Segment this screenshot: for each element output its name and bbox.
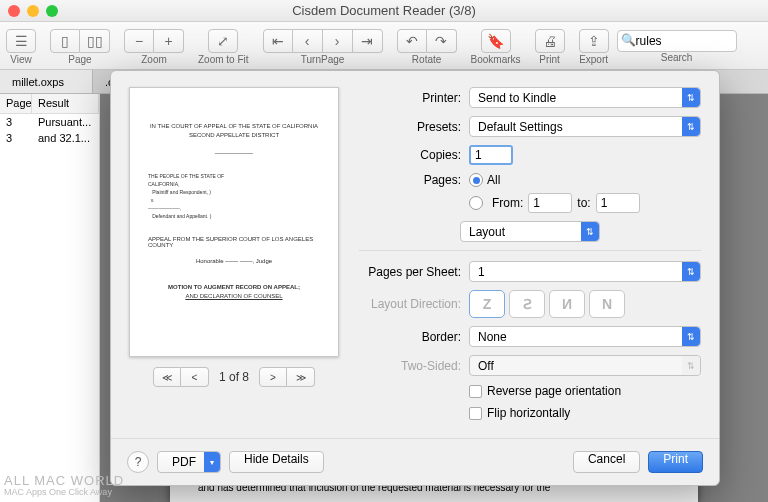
cancel-button[interactable]: Cancel xyxy=(573,451,640,473)
watermark: ALL MAC WORLD MAC Apps One Click Away xyxy=(4,474,124,498)
pdf-menu-button[interactable]: PDF▾ xyxy=(157,451,221,473)
zoom-fit-button[interactable]: ⤢ xyxy=(208,29,238,53)
pps-value: 1 xyxy=(478,265,485,279)
last-icon: ≫ xyxy=(296,372,306,383)
result-text: Pursuant... xyxy=(32,114,99,130)
print-confirm-button[interactable]: Print xyxy=(648,451,703,473)
preview-first-button[interactable]: ≪ xyxy=(153,367,181,387)
result-page: 3 xyxy=(0,114,32,130)
printer-select[interactable]: Send to Kindle⇅ xyxy=(469,87,701,108)
turnpage-label: TurnPage xyxy=(301,54,345,65)
first-page-icon: ⇤ xyxy=(272,33,284,49)
last-page-button[interactable]: ⇥ xyxy=(353,29,383,53)
result-row[interactable]: 3 and 32.1... xyxy=(0,130,99,146)
border-value: None xyxy=(478,330,507,344)
view-button[interactable]: ☰ xyxy=(6,29,36,53)
twosided-label: Two-Sided: xyxy=(359,359,469,373)
page-double-button[interactable]: ▯▯ xyxy=(80,29,110,53)
printer-label: Printer: xyxy=(359,91,469,105)
page-label: Page xyxy=(68,54,91,65)
from-label: From: xyxy=(492,196,523,210)
print-preview-thumbnail: IN THE COURT OF APPEAL OF THE STATE OF C… xyxy=(129,87,339,357)
copies-label: Copies: xyxy=(359,148,469,162)
zoom-out-icon: − xyxy=(135,33,143,49)
search-icon: 🔍 xyxy=(621,33,636,47)
bookmarks-label: Bookmarks xyxy=(471,54,521,65)
help-button[interactable]: ? xyxy=(127,451,149,473)
chevron-updown-icon: ⇅ xyxy=(682,117,700,136)
zoom-out-button[interactable]: − xyxy=(124,29,154,53)
to-label: to: xyxy=(577,196,590,210)
tab-millet[interactable]: millet.oxps xyxy=(0,70,93,93)
pages-label: Pages: xyxy=(359,173,469,187)
bookmarks-button[interactable]: 🔖 xyxy=(481,29,511,53)
preview-last-button[interactable]: ≫ xyxy=(287,367,315,387)
page-single-button[interactable]: ▯ xyxy=(50,29,80,53)
preview-page-indicator: 1 of 8 xyxy=(219,370,249,384)
chevron-updown-icon: ⇅ xyxy=(682,356,700,375)
layout-dir-4-button[interactable]: N xyxy=(589,290,625,318)
twosided-value: Off xyxy=(478,359,494,373)
pps-label: Pages per Sheet: xyxy=(359,265,469,279)
export-icon: ⇪ xyxy=(588,33,600,49)
chevron-updown-icon: ⇅ xyxy=(682,88,700,107)
to-input[interactable] xyxy=(596,193,640,213)
print-dialog: IN THE COURT OF APPEAL OF THE STATE OF C… xyxy=(110,70,720,486)
pages-all-radio[interactable] xyxy=(469,173,483,187)
preview-prev-button[interactable]: < xyxy=(181,367,209,387)
twosided-select: Off⇅ xyxy=(469,355,701,376)
rotate-right-button[interactable]: ↷ xyxy=(427,29,457,53)
view-label: View xyxy=(10,54,32,65)
next-page-button[interactable]: › xyxy=(323,29,353,53)
rotate-left-button[interactable]: ↶ xyxy=(397,29,427,53)
print-icon: 🖨 xyxy=(543,33,557,49)
copies-input[interactable] xyxy=(469,145,513,165)
prev-page-button[interactable]: ‹ xyxy=(293,29,323,53)
pdf-label: PDF xyxy=(172,455,196,469)
window-title: Cisdem Document Reader (3/8) xyxy=(0,3,768,18)
col-result: Result xyxy=(32,94,99,113)
zoom-label: Zoom xyxy=(141,54,167,65)
result-page: 3 xyxy=(0,130,32,146)
presets-value: Default Settings xyxy=(478,120,563,134)
flip-horizontal-checkbox[interactable] xyxy=(469,407,482,420)
border-label: Border: xyxy=(359,330,469,344)
zoom-fit-icon: ⤢ xyxy=(217,33,229,49)
next-page-icon: › xyxy=(335,33,340,49)
zoom-in-button[interactable]: + xyxy=(154,29,184,53)
export-button[interactable]: ⇪ xyxy=(579,29,609,53)
preview-next-button[interactable]: > xyxy=(259,367,287,387)
hide-details-button[interactable]: Hide Details xyxy=(229,451,324,473)
col-page: Page xyxy=(0,94,32,113)
chevron-updown-icon: ⇅ xyxy=(682,262,700,281)
layout-dir-2-button[interactable]: Ƨ xyxy=(509,290,545,318)
layout-dir-3-button[interactable]: И xyxy=(549,290,585,318)
first-page-button[interactable]: ⇤ xyxy=(263,29,293,53)
page-single-icon: ▯ xyxy=(61,33,69,49)
help-icon: ? xyxy=(135,455,142,469)
printer-value: Send to Kindle xyxy=(478,91,556,105)
section-value: Layout xyxy=(469,225,505,239)
from-input[interactable] xyxy=(528,193,572,213)
next-icon: > xyxy=(270,372,276,383)
result-row[interactable]: 3 Pursuant... xyxy=(0,114,99,130)
tab-label: millet.oxps xyxy=(12,76,64,88)
zoomfit-label: Zoom to Fit xyxy=(198,54,249,65)
export-label: Export xyxy=(579,54,608,65)
titlebar: Cisdem Document Reader (3/8) xyxy=(0,0,768,22)
layout-dir-1-button[interactable]: Z xyxy=(469,290,505,318)
chevron-down-icon: ▾ xyxy=(204,452,220,472)
presets-label: Presets: xyxy=(359,120,469,134)
reverse-orientation-checkbox[interactable] xyxy=(469,385,482,398)
zoom-in-icon: + xyxy=(164,33,172,49)
prev-page-icon: ‹ xyxy=(305,33,310,49)
reverse-orientation-label: Reverse page orientation xyxy=(487,384,621,398)
pages-range-radio[interactable] xyxy=(469,196,483,210)
border-select[interactable]: None⇅ xyxy=(469,326,701,347)
presets-select[interactable]: Default Settings⇅ xyxy=(469,116,701,137)
pps-select[interactable]: 1⇅ xyxy=(469,261,701,282)
section-select[interactable]: Layout⇅ xyxy=(460,221,600,242)
print-button[interactable]: 🖨 xyxy=(535,29,565,53)
pages-all-label: All xyxy=(487,173,500,187)
last-page-icon: ⇥ xyxy=(361,33,373,49)
